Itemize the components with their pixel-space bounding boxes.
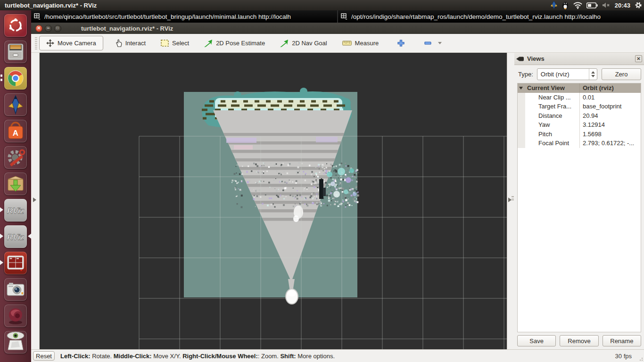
running-indicator-arrow [0, 233, 3, 239]
resize-grip[interactable] [638, 356, 643, 361]
expand-displays-handle-icon[interactable] [33, 197, 36, 202]
tux-penguin-icon[interactable] [561, 1, 569, 9]
expander-open-icon[interactable] [519, 87, 523, 90]
tool-dropdown-arrow[interactable] [438, 42, 442, 44]
running-indicator-arrow [0, 207, 3, 213]
svg-text:A: A [13, 129, 18, 138]
displays-panel-collapsed-strip[interactable] [31, 53, 40, 349]
window-maximize-button[interactable]: □ [54, 25, 61, 32]
views-close-button[interactable]: ✕ [635, 55, 642, 62]
tool-2d-nav-goal[interactable]: 2D Nav Goal [276, 37, 330, 50]
window-minimize-button[interactable]: – [45, 25, 52, 32]
rviz-statusbar: Reset Left-Click: Rotate. Middle-Click: … [31, 349, 644, 362]
plus-icon [397, 40, 405, 47]
volume-muted-icon[interactable] [602, 2, 611, 8]
svg-text:RViz: RViz [7, 206, 25, 215]
fps-counter: 30 fps [615, 353, 632, 360]
nav-goal-arrow-icon [280, 40, 289, 47]
launcher-software-updater[interactable] [4, 173, 27, 195]
terminal-tab-minimal-launch[interactable]: /home/qincao/turtlebot/src/turtlebot/tur… [31, 10, 337, 23]
tool-2d-pose-estimate[interactable]: 2D Pose Estimate [200, 37, 269, 50]
software-center-icon: A [4, 120, 27, 142]
views-panel: Views ✕ Type: Orbit (rviz) Zero Current … [514, 53, 644, 349]
window-grid-icon [34, 13, 41, 20]
file-cabinet-icon [4, 41, 27, 63]
spin-down-icon [591, 75, 595, 77]
pose-arrow-icon [204, 40, 213, 47]
type-label: Type: [518, 71, 533, 78]
window-close-button[interactable]: ✕ [35, 25, 42, 32]
terminator-icon [4, 252, 27, 274]
launcher-orb-app[interactable] [4, 304, 27, 327]
property-row-near-clip[interactable]: Near Clip ... 0.01 [518, 93, 641, 102]
launcher-file-manager[interactable] [4, 41, 27, 63]
3d-viewport[interactable] [40, 53, 507, 349]
view-type-row: Type: Orbit (rviz) Zero [514, 65, 644, 83]
unity-launcher: A RViz RViz [0, 10, 31, 362]
chrome-running-pips [0, 74, 2, 81]
rename-view-button[interactable]: Rename [603, 335, 641, 346]
rviz-icon: RViz [4, 199, 27, 222]
combobox-spinner[interactable] [589, 69, 597, 80]
terminal-tab-demo-rviz-launch[interactable]: /opt/ros/indigo/share/rtabmap_ros/launch… [337, 10, 644, 23]
launcher-rviz-1[interactable]: RViz [4, 199, 27, 222]
property-row-distance[interactable]: Distance 20.94 [518, 111, 641, 121]
splitter-grip [512, 196, 514, 200]
rviz-titlebar[interactable]: ✕ – □ turtlebot_navigation.rviz* - RViz [31, 23, 644, 34]
launcher-ubuntu-dash[interactable] [4, 14, 27, 37]
panel-splitter[interactable] [507, 53, 514, 349]
tool-interact[interactable]: Interact [112, 36, 149, 50]
launcher-system-settings[interactable] [4, 146, 27, 169]
launcher-rviz-2-focused[interactable]: RViz [4, 225, 27, 248]
toolbar-drag-handle[interactable] [35, 37, 37, 49]
view-type-combobox[interactable]: Orbit (rviz) [537, 68, 597, 80]
battery-icon[interactable] [586, 2, 598, 8]
launcher-terminator[interactable] [4, 252, 27, 274]
desktop-menubar: turtlebot_navigation.rviz* - RViz 20:43 [0, 0, 644, 10]
rviz-toolbar: Move Camera Interact Select 2D Pose Esti… [31, 34, 644, 53]
minus-icon [424, 41, 431, 45]
selection-box-icon [161, 40, 169, 47]
save-view-button[interactable]: Save [517, 335, 556, 346]
gear-wrench-icon [4, 146, 27, 169]
lamp-indicator-icon[interactable] [551, 1, 557, 9]
views-panel-header[interactable]: Views ✕ [514, 53, 644, 65]
tool-measure[interactable]: Measure [339, 37, 383, 49]
wifi-icon[interactable] [573, 2, 582, 9]
rviz-workarea: Views ✕ Type: Orbit (rviz) Zero Current … [31, 53, 644, 349]
eye-app-icon [4, 331, 27, 354]
tool-select[interactable]: Select [157, 37, 193, 49]
launcher-lamp-app[interactable] [4, 93, 27, 116]
tool-move-camera[interactable]: Move Camera [39, 36, 103, 50]
property-row-target-frame[interactable]: Target Fra... base_footprint [518, 102, 641, 111]
property-row-pitch[interactable]: Pitch 1.5698 [518, 130, 641, 139]
views-panel-title: Views [527, 55, 545, 62]
reset-button[interactable]: Reset [33, 351, 55, 361]
launcher-software-center[interactable]: A [4, 120, 27, 142]
mouse-hints: Left-Click: Rotate. Middle-Click: Move X… [60, 353, 335, 360]
property-row-focal-point[interactable]: Focal Point 2.793; 0.61722; -... [518, 139, 641, 148]
property-row-current-view[interactable]: Current View Orbit (rviz) [518, 83, 641, 93]
window-grid-icon [341, 13, 348, 20]
clock[interactable]: 20:43 [615, 2, 630, 9]
running-indicator-arrow [0, 260, 3, 265]
orb-app-icon [4, 304, 27, 327]
desktop-screen: turtlebot_navigation.rviz* - RViz 20:43 … [0, 0, 644, 362]
terminal-tabbar: /home/qincao/turtlebot/src/turtlebot/tur… [31, 10, 644, 23]
collapse-views-handle-icon[interactable] [508, 197, 512, 202]
lamp-app-icon [4, 93, 27, 116]
remove-view-button[interactable]: Remove [560, 335, 598, 346]
remove-tool-button[interactable] [421, 39, 435, 48]
zero-button[interactable]: Zero [602, 68, 641, 80]
views-buttons-row: Save Remove Rename [517, 335, 641, 346]
session-gear-icon[interactable] [635, 1, 642, 9]
launcher-chrome[interactable] [4, 67, 27, 90]
rviz-icon: RViz [4, 225, 27, 248]
svg-text:RViz: RViz [7, 233, 25, 242]
launcher-camera-app[interactable] [4, 278, 27, 301]
launcher-eye-app[interactable] [4, 331, 27, 354]
add-tool-button[interactable] [394, 37, 408, 49]
view-properties-table: Current View Orbit (rviz) Near Clip ... … [517, 83, 641, 332]
package-update-icon [4, 173, 27, 195]
property-row-yaw[interactable]: Yaw 3.12914 [518, 120, 641, 130]
